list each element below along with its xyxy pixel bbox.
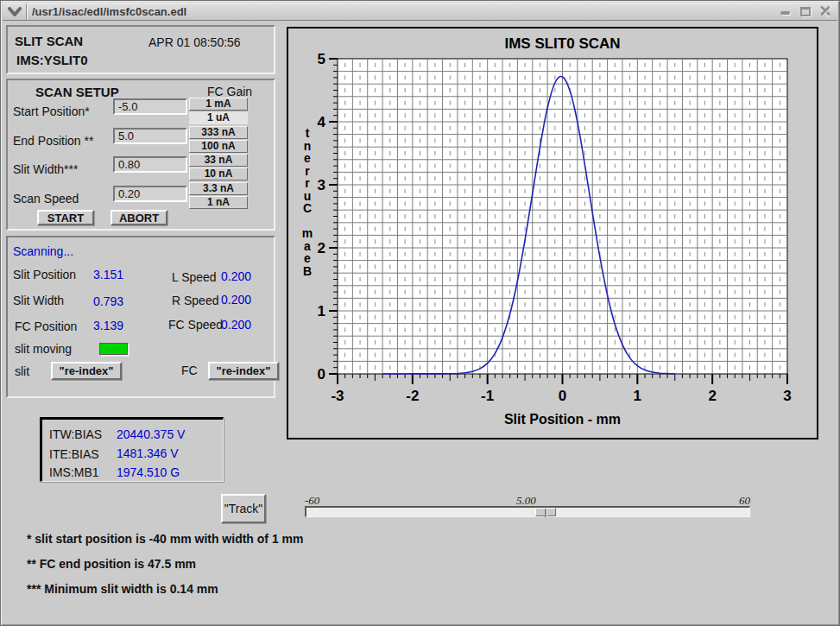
scan-speed-input[interactable] — [113, 186, 187, 202]
gain-3p3na-button[interactable]: 3.3 nA — [189, 182, 248, 195]
itw-bias-label: ITW:BIAS — [49, 427, 102, 441]
close-button[interactable] — [818, 4, 832, 18]
r-speed-value: 0.200 — [221, 293, 251, 307]
bias-panel: ITW:BIAS 20440.375 V ITE:BIAS 1481.346 V… — [40, 417, 224, 482]
start-position-label: Start Position* — [13, 104, 90, 118]
edm-window: /usr1/isac/edl/imsfc0scan.edl SLIT SCAN … — [0, 0, 840, 626]
svg-text:4: 4 — [318, 114, 326, 130]
scan-state-text: Scanning... — [13, 244, 73, 258]
gain-1na-button[interactable]: 1 nA — [189, 196, 248, 209]
fc-gain-label: FC Gain — [207, 85, 252, 98]
maximize-button[interactable] — [799, 4, 812, 18]
svg-text:2: 2 — [318, 240, 325, 256]
chart-title: IMS SLIT0 SCAN — [338, 35, 787, 53]
timestamp: APR 01 08:50:56 — [148, 35, 241, 49]
device-name: IMS:YSLIT0 — [16, 53, 88, 67]
r-speed-label: R Speed — [172, 294, 218, 307]
l-speed-value: 0.200 — [221, 269, 251, 283]
footnote-start-position: * slit start position is -40 mm with wid… — [27, 532, 303, 546]
svg-text:B: B — [303, 264, 312, 278]
gain-1ma-button[interactable]: 1 mA — [189, 98, 248, 111]
position-slider[interactable] — [305, 506, 750, 517]
scan-speed-label: Scan Speed — [13, 192, 79, 206]
slit-width-input[interactable] — [113, 156, 187, 173]
gain-333na-button[interactable]: 333 nA — [189, 126, 248, 139]
fc-position-value: 3.139 — [93, 319, 123, 332]
scan-chart: IMS SLIT0 SCAN 012345-3-2-10123tnerruCma… — [287, 27, 818, 439]
slit-position-value: 3.151 — [93, 268, 123, 281]
svg-text:-2: -2 — [406, 388, 419, 404]
svg-text:1: 1 — [318, 303, 325, 319]
svg-text:-3: -3 — [331, 388, 344, 404]
maximize-icon — [800, 7, 811, 16]
fc-speed-label: FC Speed — [168, 318, 223, 332]
titlebar: /usr1/isac/edl/imsfc0scan.edl — [3, 3, 837, 21]
svg-text:5: 5 — [318, 51, 325, 67]
slit-reindex-button[interactable]: "re-index" — [51, 362, 122, 380]
gain-10na-button[interactable]: 10 nA — [189, 168, 248, 180]
chart-x-axis-label: Slit Position - mm — [338, 412, 787, 427]
scan-setup-panel: SCAN SETUP Start Position* End Position … — [6, 79, 275, 231]
slit-reindex-label: slit — [15, 364, 29, 378]
start-position-input[interactable] — [113, 98, 187, 115]
svg-text:0: 0 — [318, 366, 325, 383]
end-position-label: End Position ** — [13, 134, 93, 148]
slit-width-label: Slit Width*** — [13, 162, 78, 176]
svg-text:3: 3 — [318, 177, 325, 193]
gain-100na-button[interactable]: 100 nA — [189, 140, 248, 153]
fc-position-label: FC Position — [15, 319, 77, 333]
svg-text:2: 2 — [708, 388, 716, 404]
end-position-input[interactable] — [113, 128, 187, 144]
footnote-min-width: *** Minimum slit width is 0.14 mm — [27, 582, 218, 596]
start-button[interactable]: START — [37, 210, 94, 225]
footnote-fc-end: ** FC end position is 47.5 mm — [27, 557, 196, 571]
minimize-icon — [780, 11, 790, 15]
svg-text:-1: -1 — [481, 388, 494, 404]
slit-moving-indicator — [99, 343, 128, 355]
svg-text:1: 1 — [634, 388, 641, 404]
gain-33na-button[interactable]: 33 nA — [189, 154, 248, 167]
itw-bias-value: 20440.375 V — [117, 427, 185, 441]
svg-text:0: 0 — [559, 388, 566, 404]
l-speed-label: L Speed — [172, 270, 217, 284]
titlebar-separator — [26, 3, 27, 20]
slit-position-label: Slit Position — [13, 268, 76, 281]
minimize-button[interactable] — [779, 4, 793, 18]
slit-moving-label: slit moving — [15, 342, 72, 356]
scan-setup-title: SCAN SETUP — [35, 85, 119, 99]
status-panel: Scanning... Slit Position 3.151 Slit Wid… — [6, 236, 275, 398]
window-menu-button[interactable] — [4, 3, 25, 19]
fc-speed-value: 0.200 — [221, 318, 251, 332]
page-title: SLIT SCAN — [15, 34, 83, 48]
slit-width-readback-value: 0.793 — [93, 294, 123, 308]
slider-thumb[interactable] — [535, 508, 556, 516]
abort-button[interactable]: ABORT — [111, 210, 167, 225]
fc-reindex-label: FC — [181, 364, 198, 377]
window-title: /usr1/isac/edl/imsfc0scan.edl — [32, 5, 186, 18]
slit-width-readback-label: Slit Width — [13, 294, 64, 307]
fc-reindex-button[interactable]: "re-index" — [208, 362, 279, 380]
svg-text:3: 3 — [783, 388, 791, 404]
ims-mb1-label: IMS:MB1 — [49, 465, 99, 479]
header-panel: SLIT SCAN APR 01 08:50:56 IMS:YSLIT0 — [6, 25, 275, 74]
gain-1ua-button[interactable]: 1 uA — [189, 111, 248, 124]
ite-bias-label: ITE:BIAS — [49, 447, 99, 461]
window-controls — [779, 4, 832, 18]
svg-text:C: C — [303, 201, 312, 215]
ims-mb1-value: 1974.510 G — [117, 465, 180, 479]
ite-bias-value: 1481.346 V — [117, 446, 179, 460]
chart-plot-area: 012345-3-2-10123tnerruCmaeB — [288, 28, 817, 438]
track-button[interactable]: "Track" — [221, 494, 266, 523]
